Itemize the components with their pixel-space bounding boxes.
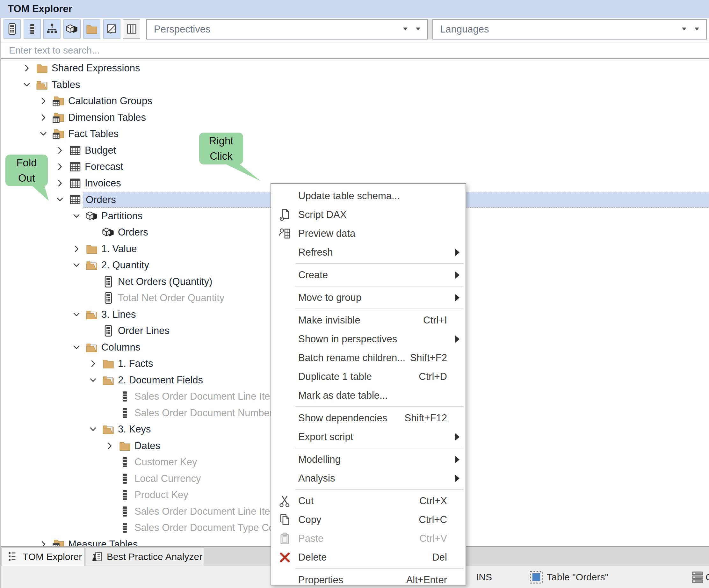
menu-item-modelling[interactable]: Modelling <box>271 450 466 469</box>
chevron-spacer <box>103 507 116 516</box>
chevron-spacer <box>103 523 116 533</box>
cube-icon <box>65 23 78 35</box>
submenu-arrow-icon <box>449 249 466 256</box>
menu-separator <box>271 284 466 288</box>
chevron-right-icon[interactable] <box>37 113 50 122</box>
calculator-toggle-button[interactable] <box>3 20 21 39</box>
chevron-down-icon[interactable] <box>87 376 99 385</box>
menu-item-preview-data[interactable]: Preview data <box>271 224 466 243</box>
tree-item-label: Orders <box>83 191 116 208</box>
menu-item-paste[interactable]: PasteCtrl+V <box>271 529 466 548</box>
tree-item-label: Net Orders (Quantity) <box>118 274 212 290</box>
chevron-down-icon[interactable] <box>695 27 699 32</box>
tree-item-label: 2. Document Fields <box>118 372 203 388</box>
tree-item-shared-expressions[interactable]: Shared Expressions <box>0 60 709 76</box>
callout-text: Out <box>5 171 48 186</box>
tree-item-calculation-groups[interactable]: Calculation Groups <box>0 93 709 109</box>
menu-item-analysis[interactable]: Analysis <box>271 469 466 488</box>
menu-item-shortcut: Ctrl+X <box>419 495 447 507</box>
hidden-objects-toggle-button[interactable] <box>103 20 121 39</box>
chevron-down-icon[interactable] <box>416 27 420 32</box>
chevron-down-icon[interactable] <box>54 195 66 204</box>
chevron-down-icon[interactable] <box>37 129 50 138</box>
folder-toggle-button[interactable] <box>83 20 100 39</box>
tree-item-tables[interactable]: Tables <box>0 76 709 93</box>
chevron-right-icon[interactable] <box>20 63 33 73</box>
menu-item-show-dependencies[interactable]: Show dependenciesShift+F12 <box>271 409 466 427</box>
folder-icon <box>101 357 115 370</box>
menu-item-copy[interactable]: CopyCtrl+C <box>271 510 466 529</box>
callout-right-click: Right Click <box>199 133 243 164</box>
chevron-right-icon[interactable] <box>54 162 66 172</box>
menu-item-mark-as-date-table[interactable]: Mark as date table... <box>271 386 466 405</box>
menu-item-label: Show dependencies <box>298 412 404 424</box>
table-icon <box>68 193 82 206</box>
chevron-down-icon[interactable] <box>403 27 408 32</box>
tree-item-budget[interactable]: Budget <box>0 142 709 159</box>
chevron-right-icon[interactable] <box>70 244 83 254</box>
perspectives-dropdown[interactable]: Perspectives <box>146 19 428 40</box>
tree-item-label: Partitions <box>101 208 142 224</box>
languages-placeholder: Languages <box>440 20 489 39</box>
chevron-right-icon[interactable] <box>54 178 66 188</box>
tree-item-fact-tables[interactable]: Fact Tables <box>0 126 709 142</box>
chevron-down-icon[interactable] <box>70 260 83 270</box>
menu-item-make-invisible[interactable]: Make invisibleCtrl+I <box>271 311 466 330</box>
chevron-down-icon[interactable] <box>87 425 99 434</box>
menu-item-properties[interactable]: PropertiesAlt+Enter <box>271 570 466 585</box>
tree-item-label: Shared Expressions <box>52 60 140 76</box>
column-icon <box>26 23 38 35</box>
tree-item-label: Columns <box>101 339 140 355</box>
menu-item-label: Delete <box>298 552 432 563</box>
hidden-objects-icon <box>105 23 118 35</box>
languages-dropdown[interactable]: Languages <box>432 19 707 40</box>
hierarchy-toggle-button[interactable] <box>43 20 60 39</box>
menu-item-export-script[interactable]: Export script <box>271 427 466 446</box>
chevron-right-icon[interactable] <box>87 359 99 368</box>
table-icon <box>68 177 82 189</box>
tree-item-forecast[interactable]: Forecast <box>0 158 709 175</box>
menu-item-duplicate-1-table[interactable]: Duplicate 1 tableCtrl+D <box>271 367 466 386</box>
menu-item-move-to-group[interactable]: Move to group <box>271 288 466 307</box>
menu-item-create[interactable]: Create <box>271 265 466 284</box>
menu-separator <box>271 567 466 570</box>
chevron-right-icon[interactable] <box>54 146 66 155</box>
tree-item-label: Product Key <box>134 487 188 503</box>
menu-item-script-dax[interactable]: Script DAX <box>271 205 466 224</box>
chevron-down-icon[interactable] <box>70 211 83 221</box>
tab-best-practice-analyzer[interactable]: Best Practice Analyzer <box>86 547 204 566</box>
column-toggle-button[interactable] <box>24 20 41 39</box>
delete-icon <box>271 551 298 564</box>
tree-tab-icon <box>7 551 19 563</box>
menu-item-delete[interactable]: DeleteDel <box>271 548 466 567</box>
tree-item-label: Orders <box>118 224 148 240</box>
menu-item-cut[interactable]: CutCtrl+X <box>271 491 466 510</box>
menu-item-shown-in-perspectives[interactable]: Shown in perspectives <box>271 330 466 348</box>
column-icon <box>118 521 132 534</box>
menu-item-label: Paste <box>298 533 419 544</box>
tree-item-label: Measure Tables <box>68 536 138 546</box>
menu-item-batch-rename-children[interactable]: Batch rename children...Shift+F2 <box>271 348 466 367</box>
submenu-arrow-icon <box>449 475 466 482</box>
tree-item-label: Sales Order Document Type Code <box>134 519 285 536</box>
menu-item-label: Update table schema... <box>298 190 449 202</box>
menu-item-refresh[interactable]: Refresh <box>271 243 466 262</box>
chevron-down-icon[interactable] <box>70 342 83 352</box>
menu-separator <box>271 446 466 450</box>
calculator-icon <box>101 275 115 288</box>
chevron-right-icon[interactable] <box>37 96 50 106</box>
chevron-down-icon[interactable] <box>20 80 33 90</box>
menu-item-update-table-schema[interactable]: Update table schema... <box>271 186 466 205</box>
chevron-down-icon[interactable] <box>682 27 686 32</box>
chevron-right-icon[interactable] <box>103 441 116 451</box>
cube-toggle-button[interactable] <box>63 20 81 39</box>
chevron-right-icon[interactable] <box>37 540 50 546</box>
chevron-down-icon[interactable] <box>70 310 83 319</box>
chevron-spacer <box>87 277 99 286</box>
search-input[interactable] <box>0 43 709 58</box>
tree-item-dimension-tables[interactable]: Dimension Tables <box>0 109 709 126</box>
tab-tom-explorer[interactable]: TOM Explorer <box>2 547 85 566</box>
menu-item-label: Move to group <box>298 292 449 303</box>
folder-open-icon <box>85 259 99 272</box>
columns-toggle-button[interactable] <box>123 20 140 39</box>
